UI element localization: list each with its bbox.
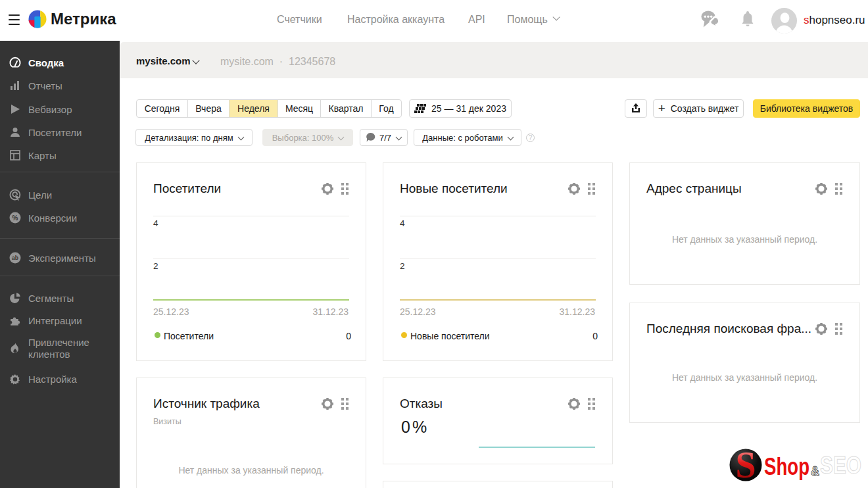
svg-text:ab: ab — [12, 255, 18, 261]
svg-text:&: & — [811, 463, 819, 478]
svg-text:SEO: SEO — [820, 452, 861, 479]
svg-text:%: % — [12, 214, 18, 222]
svg-text:Shop: Shop — [764, 453, 809, 480]
svg-text:S: S — [735, 445, 756, 485]
